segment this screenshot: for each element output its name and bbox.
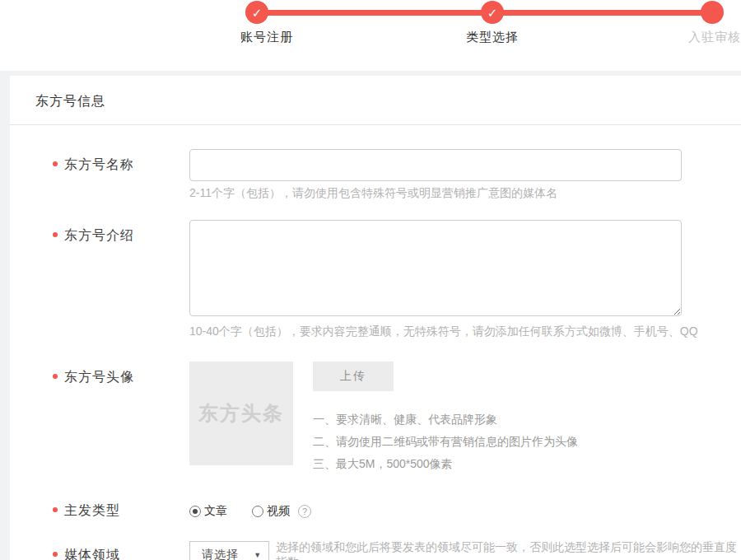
- intro-hint: 10-40个字（包括），要求内容完整通顺，无特殊符号，请勿添加任何联系方式如微博…: [189, 324, 741, 339]
- field-label-avatar: 东方号头像: [64, 370, 134, 384]
- field-row-domain: 媒体领域 请选择 ▼ 选择的领域和您此后将要发表的领域尽可能一致，否则此选型选择…: [10, 540, 741, 560]
- upload-button[interactable]: 上传: [313, 362, 394, 391]
- publish-type-radio-group: 文章 视频 ?: [189, 504, 741, 519]
- name-hint: 2-11个字（包括），请勿使用包含特殊符号或明显营销推广意图的媒体名: [189, 186, 741, 201]
- domain-select[interactable]: 请选择 ▼: [189, 541, 269, 560]
- avatar-right-col: 上传 一、要求清晰、健康、代表品牌形象 二、请勿使用二维码或带有营销信息的图片作…: [313, 362, 578, 475]
- avatar-rules-list: 一、要求清晰、健康、代表品牌形象 二、请勿使用二维码或带有营销信息的图片作为头像…: [313, 408, 578, 475]
- onboarding-page: ✓ ✓ 账号注册 类型选择 入驻审核 东方号信息 东方号名称 2-11个字（包括…: [0, 0, 741, 560]
- radio-unselected-icon: [252, 506, 263, 517]
- step-circle-review: [701, 1, 724, 24]
- field-col: 10-40个字（包括），要求内容完整通顺，无特殊符号，请勿添加任何联系方式如微博…: [189, 220, 741, 339]
- field-col: 请选择 ▼ 选择的领域和您此后将要发表的领域尽可能一致，否则此选型选择后可能会影…: [189, 540, 741, 560]
- avatar-area: 东方头条 上传 一、要求清晰、健康、代表品牌形象 二、请勿使用二维码或带有营销信…: [189, 362, 741, 475]
- field-row-type: 主发类型 文章 视频 ?: [10, 502, 741, 520]
- avatar-rule-3: 三、最大5M，500*500像素: [313, 453, 578, 475]
- caret-down-icon: ▼: [254, 551, 261, 559]
- field-label-col: 东方号名称: [10, 149, 189, 201]
- domain-area: 请选择 ▼ 选择的领域和您此后将要发表的领域尽可能一致，否则此选型选择后可能会影…: [189, 540, 741, 560]
- panel-title: 东方号信息: [10, 76, 741, 125]
- field-row-avatar: 东方号头像 东方头条 上传 一、要求清晰、健康、代表品牌形象 二、请勿使用二维码…: [10, 362, 741, 475]
- step-label-review: 入驻审核: [667, 30, 741, 45]
- radio-option-video[interactable]: 视频: [252, 504, 290, 519]
- field-col: 2-11个字（包括），请勿使用包含特殊符号或明显营销推广意图的媒体名: [189, 149, 741, 201]
- account-intro-textarea[interactable]: [189, 220, 682, 316]
- field-label-col: 主发类型: [10, 502, 189, 520]
- field-label-name: 东方号名称: [64, 157, 134, 171]
- avatar-watermark-text: 东方头条: [198, 400, 284, 427]
- field-col: 文章 视频 ?: [189, 504, 741, 519]
- avatar-placeholder[interactable]: 东方头条: [189, 362, 293, 465]
- field-label-col: 东方号头像: [10, 362, 189, 475]
- avatar-rule-2: 二、请勿使用二维码或带有营销信息的图片作为头像: [313, 431, 578, 453]
- step-circle-type-select: ✓: [481, 1, 504, 24]
- radio-label-video: 视频: [267, 504, 290, 519]
- step-label-type-select: 类型选择: [455, 30, 529, 45]
- field-row-intro: 东方号介绍 10-40个字（包括），要求内容完整通顺，无特殊符号，请勿添加任何联…: [10, 220, 741, 339]
- field-label-col: 东方号介绍: [10, 220, 189, 339]
- domain-description: 选择的领域和您此后将要发表的领域尽可能一致，否则此选型选择后可能会影响您的垂直度…: [276, 540, 741, 560]
- avatar-rule-1: 一、要求清晰、健康、代表品牌形象: [313, 408, 578, 431]
- required-dot-icon: [53, 552, 58, 557]
- field-label-col: 媒体领域: [10, 547, 189, 560]
- account-info-panel: 东方号信息 东方号名称 2-11个字（包括），请勿使用包含特殊符号或明显营销推广…: [10, 76, 741, 560]
- radio-selected-icon: [189, 506, 201, 517]
- check-icon: ✓: [487, 7, 498, 19]
- domain-select-value: 请选择: [202, 548, 239, 560]
- required-dot-icon: [53, 374, 58, 379]
- field-col: 东方头条 上传 一、要求清晰、健康、代表品牌形象 二、请勿使用二维码或带有营销信…: [189, 362, 741, 475]
- stepper-header: ✓ ✓ 账号注册 类型选择 入驻审核: [0, 0, 741, 71]
- radio-label-article: 文章: [204, 504, 227, 519]
- required-dot-icon: [53, 161, 58, 166]
- required-dot-icon: [53, 507, 58, 512]
- help-icon[interactable]: ?: [298, 505, 311, 518]
- step-label-account-register: 账号注册: [230, 30, 304, 45]
- radio-option-article[interactable]: 文章: [189, 504, 227, 519]
- check-icon: ✓: [252, 7, 263, 19]
- required-dot-icon: [53, 232, 58, 237]
- field-label-intro: 东方号介绍: [64, 228, 134, 242]
- field-label-type: 主发类型: [64, 503, 120, 517]
- field-label-domain: 媒体领域: [64, 548, 120, 560]
- step-circle-account-register: ✓: [245, 1, 268, 24]
- account-name-input[interactable]: [189, 149, 682, 181]
- field-row-name: 东方号名称 2-11个字（包括），请勿使用包含特殊符号或明显营销推广意图的媒体名: [10, 149, 741, 201]
